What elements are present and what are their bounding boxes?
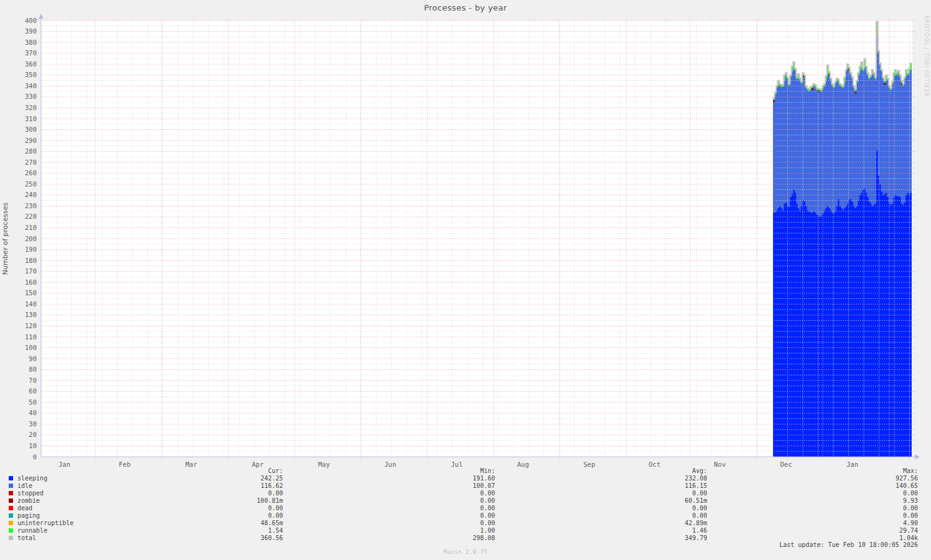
series-zombie-speck (773, 100, 775, 103)
legend-row: zombie100.81m0.0060.51m9.93 (0, 497, 931, 505)
y-tick-label: 300 (25, 126, 37, 133)
y-tick-label: 90 (29, 355, 37, 362)
y-tick-label: 200 (25, 235, 37, 242)
series-zombie-speck (855, 91, 856, 94)
y-tick-label: 320 (25, 104, 37, 111)
y-tick-label: 210 (25, 224, 37, 231)
y-tick-label: 170 (25, 267, 37, 275)
y-tick-label: 70 (29, 377, 37, 384)
value-max-runnable: 29.74 (0, 527, 918, 535)
y-tick-label: 370 (25, 49, 37, 57)
y-tick-label: 150 (25, 289, 37, 296)
y-tick-label: 220 (25, 213, 37, 220)
y-tick-label: 130 (25, 311, 37, 318)
legend-row: paging0.000.000.000.00 (0, 512, 931, 520)
y-tick-label: 20 (29, 431, 37, 438)
legend-row: uninterruptible48.65m0.0042.89m4.90 (0, 520, 931, 527)
y-axis-arrow-icon (39, 14, 44, 19)
last-update: Last update: Tue Feb 10 18:00:05 2026 (0, 541, 918, 548)
legend-row: stopped0.000.000.000.00 (0, 490, 931, 497)
series-zombie-speck (884, 83, 886, 85)
legend-row: idle116.62100.07116.15140.65 (0, 482, 931, 490)
y-tick-label: 280 (25, 147, 37, 155)
y-tick-label: 100 (25, 344, 37, 351)
y-tick-label: 10 (29, 442, 37, 449)
chart-canvas: 0102030405060708090100110120130140150160… (0, 0, 931, 472)
y-tick-label: 120 (25, 322, 37, 329)
y-tick-label: 180 (25, 257, 37, 264)
y-tick-label: 190 (25, 246, 37, 253)
y-tick-label: 360 (25, 60, 37, 68)
y-tick-label: 380 (25, 39, 37, 46)
y-tick-label: 350 (25, 71, 37, 78)
y-tick-label: 270 (25, 158, 37, 166)
y-tick-label: 310 (25, 115, 37, 122)
y-tick-label: 290 (25, 137, 37, 144)
y-tick-label: 40 (29, 409, 37, 416)
value-max-sleeping: 927.56 (0, 475, 918, 482)
x-axis-arrow-icon (915, 454, 920, 459)
y-tick-label: 230 (25, 202, 37, 209)
value-max-paging: 0.00 (0, 512, 918, 520)
value-max-uninterruptible: 4.90 (0, 520, 918, 527)
y-tick-label: 30 (29, 420, 37, 428)
rrdtool-watermark: RRDTOOL / TOBI OETIKER (924, 16, 930, 97)
y-tick-label: 400 (25, 17, 37, 24)
y-tick-label: 80 (29, 365, 37, 373)
legend-row: runnable1.541.001.4629.74 (0, 527, 931, 535)
series-zombie-speck (812, 88, 813, 91)
legend-row: sleeping242.25191.60232.08927.56 (0, 475, 931, 482)
y-tick-label: 330 (25, 93, 37, 100)
y-tick-label: 260 (25, 169, 37, 177)
y-tick-label: 0 (33, 453, 37, 461)
y-tick-label: 50 (29, 398, 37, 406)
y-tick-label: 60 (29, 387, 37, 395)
y-tick-label: 160 (25, 278, 37, 286)
value-max-dead: 0.00 (0, 505, 918, 512)
y-axis-title: Number of processes (1, 202, 9, 275)
value-max-idle: 140.65 (0, 482, 918, 490)
y-tick-label: 110 (25, 333, 37, 341)
munin-graph-page: Processes - by year 01020304050607080901… (0, 0, 931, 560)
column-header: Max: (0, 467, 918, 475)
y-tick-label: 140 (25, 300, 37, 308)
y-tick-label: 390 (25, 27, 37, 35)
y-tick-label: 240 (25, 191, 37, 198)
y-tick-label: 340 (25, 82, 37, 90)
y-tick-label: 250 (25, 180, 37, 188)
value-max-zombie: 9.93 (0, 497, 918, 505)
munin-version: Munin 2.0.75 (0, 549, 931, 555)
value-max-stopped: 0.00 (0, 490, 918, 497)
legend-row: Cur:Min:Avg:Max: (0, 467, 931, 475)
legend-row: dead0.000.000.000.00 (0, 505, 931, 512)
